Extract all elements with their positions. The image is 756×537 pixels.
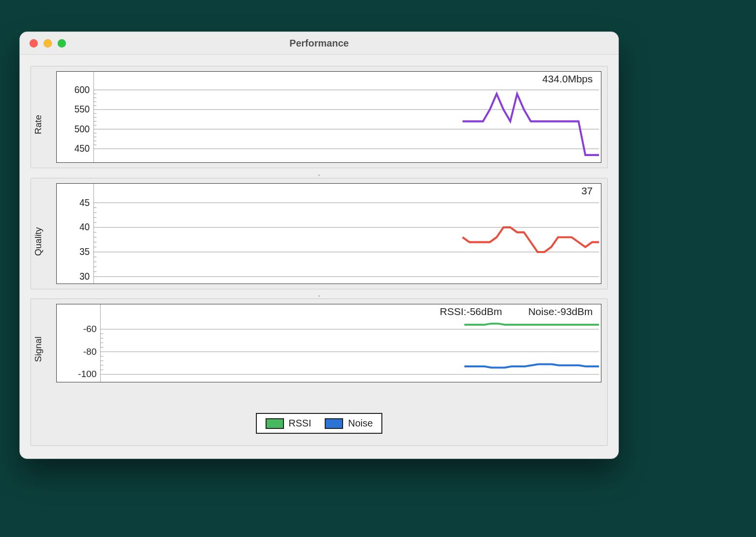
zoom-icon[interactable] [58, 39, 66, 47]
rate-chart: 450500550600 [56, 71, 601, 163]
quality-chart: 30354045 [56, 183, 601, 284]
rate-ylabel: Rate [33, 115, 44, 134]
traffic-lights [20, 39, 66, 47]
signal-panel: Signal RSSI:-56dBm Noise:-93dBm -100-80-… [31, 299, 608, 446]
signal-rssi-readout: RSSI:-56dBm [440, 306, 502, 317]
svg-text:40: 40 [79, 221, 90, 232]
svg-text:-100: -100 [78, 369, 96, 379]
svg-text:450: 450 [74, 143, 90, 154]
svg-text:500: 500 [74, 123, 90, 134]
close-icon[interactable] [30, 39, 38, 47]
svg-text:35: 35 [79, 246, 90, 257]
svg-text:-60: -60 [83, 324, 97, 334]
quality-panel: Quality 37 30354045 [31, 178, 608, 289]
legend-label-noise: Noise [348, 418, 373, 429]
legend-swatch-noise [325, 418, 343, 429]
signal-ylabel: Signal [33, 336, 44, 362]
rate-panel: Rate 434.0Mbps 450500550600 [31, 66, 608, 168]
svg-text:600: 600 [74, 84, 90, 95]
rate-readout: 434.0Mbps [542, 73, 593, 85]
svg-text:45: 45 [79, 197, 90, 207]
svg-text:550: 550 [74, 104, 90, 115]
signal-legend: RSSI Noise [256, 413, 383, 434]
quality-ylabel: Quality [33, 227, 44, 256]
panel-splitter[interactable] [31, 293, 608, 299]
content: Rate 434.0Mbps 450500550600 Quality [20, 61, 618, 458]
svg-text:30: 30 [79, 270, 90, 281]
quality-readout: 37 [582, 185, 593, 197]
legend-swatch-rssi [266, 418, 284, 429]
window-title: Performance [20, 38, 618, 49]
legend-label-rssi: RSSI [289, 418, 312, 429]
minimize-icon[interactable] [44, 39, 52, 47]
performance-window: Performance Rate 434.0Mbps 450500550600 [19, 32, 619, 459]
legend-entry-noise: Noise [325, 418, 373, 429]
signal-noise-readout: Noise:-93dBm [528, 306, 593, 317]
svg-text:-80: -80 [83, 347, 97, 357]
legend-entry-rssi: RSSI [266, 418, 312, 429]
panel-splitter[interactable] [31, 172, 608, 177]
titlebar[interactable]: Performance [20, 32, 618, 55]
